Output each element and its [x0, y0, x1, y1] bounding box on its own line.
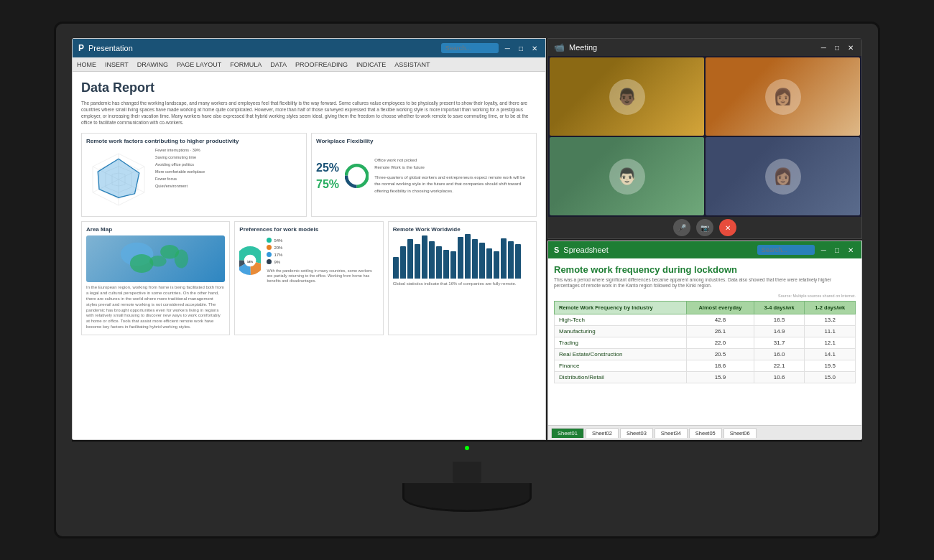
spreadsheet-pane: S Spreadsheet ─ □ ✕ Remote work frequenc…	[547, 241, 862, 440]
ss-minimize-btn[interactable]: ─	[819, 246, 828, 254]
presentation-pane: P Presentation ─ □ ✕ HOME INSERT DRAWING…	[72, 38, 546, 440]
ss-col-industry: Remote Work Frequency by Industry	[555, 301, 687, 314]
meeting-minimize-btn[interactable]: ─	[819, 44, 828, 52]
stand-base	[402, 483, 532, 512]
participant-1-avatar: 👨🏿	[609, 79, 645, 115]
map-visual	[86, 235, 225, 282]
table-row: Trading 22.0 31.7 12.1	[555, 337, 856, 348]
ss-search-input[interactable]	[757, 245, 815, 255]
pres-card-radar: Remote work factors contributing to high…	[81, 133, 307, 217]
col2-value: 22.1	[754, 360, 805, 371]
col3-value: 19.5	[805, 360, 856, 371]
pres-minimize-btn[interactable]: ─	[503, 45, 512, 52]
pres-card-map-title: Area Map	[86, 226, 225, 233]
ss-tab-2[interactable]: Sheet02	[586, 428, 619, 438]
ss-report-desc: This was a period where significant diff…	[554, 277, 856, 289]
industry-name: Trading	[555, 337, 687, 348]
donut-desc: Three-quarters of global workers and ent…	[374, 174, 532, 195]
ss-tab-5[interactable]: Sheet05	[689, 428, 722, 438]
table-row: Real Estate/Construction 20.5 16.0 14.1	[555, 348, 856, 360]
monitor: P Presentation ─ □ ✕ HOME INSERT DRAWING…	[54, 22, 880, 538]
col1-value: 15.9	[687, 371, 754, 383]
ss-app-icon: S	[554, 246, 559, 254]
ss-tabs: Sheet01Sheet02Sheet03Sheet34Sheet05Sheet…	[548, 425, 861, 439]
pres-search-input[interactable]	[441, 43, 499, 53]
donut-container: 25% 75% Office work not picked Remote Wo…	[316, 147, 532, 205]
svg-marker-7	[98, 159, 139, 198]
pres-card-bar-body: Global statistics indicate that 16% of c…	[393, 281, 532, 287]
ss-maximize-btn[interactable]: □	[833, 246, 841, 254]
col2-value: 31.7	[754, 337, 805, 348]
ss-report-title: Remote work frequency during lockdown	[554, 264, 856, 275]
donut-75-value: 75%	[316, 178, 339, 190]
pres-menu-page-layout[interactable]: PAGE LAYOUT	[177, 61, 221, 68]
mute-button[interactable]: 🎤	[673, 219, 690, 236]
pres-maximize-btn[interactable]: □	[517, 45, 525, 52]
donut-numbers: 25% 75%	[316, 159, 339, 193]
pie-container: 54% 54% 20% 17% 9% With the pandemic set…	[239, 235, 378, 286]
bar-chart-mini	[393, 235, 532, 279]
donut-25-value: 25%	[316, 162, 339, 174]
col3-value: 13.2	[805, 314, 856, 325]
meeting-participant-2: 👩🏽	[706, 57, 860, 136]
table-row: Finance 18.6 22.1 19.5	[555, 360, 856, 371]
meeting-grid: 👨🏿 👩🏽 👨🏻 👩🏽	[548, 56, 861, 217]
col1-value: 20.5	[687, 348, 754, 360]
pres-menu-indicate[interactable]: INDICATE	[356, 61, 386, 68]
col1-value: 22.0	[687, 337, 754, 348]
ss-source: Source: Multiple sources shared on Inter…	[554, 294, 856, 298]
meeting-title: Meeting	[569, 43, 815, 52]
donut-office-label: Office work not picked	[374, 157, 532, 164]
pres-menu-proofreading[interactable]: PROOFREADING	[295, 61, 348, 68]
ss-content: Remote work frequency during lockdown Th…	[548, 258, 861, 425]
pres-menu-insert[interactable]: INSERT	[105, 61, 129, 68]
pres-title: Presentation	[88, 44, 437, 52]
pres-menu-home[interactable]: HOME	[77, 61, 96, 68]
ss-col-12days: 1-2 days/wk	[805, 301, 856, 314]
ss-col-34days: 3-4 days/wk	[754, 301, 805, 314]
svg-text:54%: 54%	[247, 260, 254, 263]
industry-name: High-Tech	[555, 314, 687, 325]
ss-tab-4[interactable]: Sheet34	[655, 428, 688, 438]
pres-app-icon: P	[78, 43, 84, 53]
pres-card-pie: Preferences for work models 54%	[234, 221, 383, 335]
pres-card-map: Area Map In the European region,	[81, 221, 230, 335]
col1-value: 42.8	[687, 314, 754, 325]
svg-point-11	[130, 254, 154, 273]
ss-tab-3[interactable]: Sheet03	[620, 428, 653, 438]
monitor-power-light	[465, 446, 469, 450]
video-button[interactable]: 📷	[696, 219, 713, 236]
pres-card-bar: Remote Work Worldwide	[388, 221, 537, 335]
pres-menu-formula[interactable]: FORMULA	[230, 61, 262, 68]
pres-menu-data[interactable]: DATA	[270, 61, 287, 68]
svg-point-13	[175, 250, 189, 269]
ss-close-btn[interactable]: ✕	[846, 246, 856, 254]
donut-remote-label: Remote Work is the future	[374, 164, 532, 172]
meeting-close-btn[interactable]: ✕	[846, 44, 856, 52]
meeting-titlebar: 📹 Meeting ─ □ ✕	[548, 39, 861, 56]
col2-value: 16.5	[754, 314, 805, 325]
svg-point-14	[149, 256, 166, 267]
meeting-pane: 📹 Meeting ─ □ ✕ 👨🏿 👩🏽 👨🏻	[547, 38, 862, 239]
pres-close-btn[interactable]: ✕	[530, 45, 540, 52]
pres-top-row: Remote work factors contributing to high…	[81, 133, 537, 217]
donut-legend: Office work not picked Remote Work is th…	[374, 157, 532, 195]
table-row: Distribution/Retail 15.9 10.6 15.0	[555, 371, 856, 383]
pres-card-pie-title: Preferences for work models	[239, 226, 378, 233]
col2-value: 10.6	[754, 371, 805, 383]
end-call-button[interactable]: ✕	[719, 219, 736, 236]
ss-title: Spreadsheet	[563, 246, 753, 254]
meeting-maximize-btn[interactable]: □	[833, 44, 841, 52]
industry-name: Finance	[555, 360, 687, 371]
pres-titlebar: P Presentation ─ □ ✕	[73, 39, 545, 57]
pres-card-map-body: In the European region, working from hom…	[86, 285, 225, 330]
pres-card-bar-title: Remote Work Worldwide	[393, 226, 532, 233]
pres-menu-assistant[interactable]: ASSISTANT	[394, 61, 430, 68]
industry-name: Manufacturing	[555, 325, 687, 337]
ss-tab-6[interactable]: Sheet06	[723, 428, 757, 438]
pres-card-donut-title: Workplace Flexibility	[316, 138, 532, 144]
pres-content: Data Report The pandemic has changed the…	[73, 72, 545, 439]
ss-tab-1[interactable]: Sheet01	[551, 428, 584, 438]
meeting-participant-4: 👩🏽	[706, 137, 860, 215]
pres-menu-drawing[interactable]: DRAWING	[137, 61, 168, 68]
